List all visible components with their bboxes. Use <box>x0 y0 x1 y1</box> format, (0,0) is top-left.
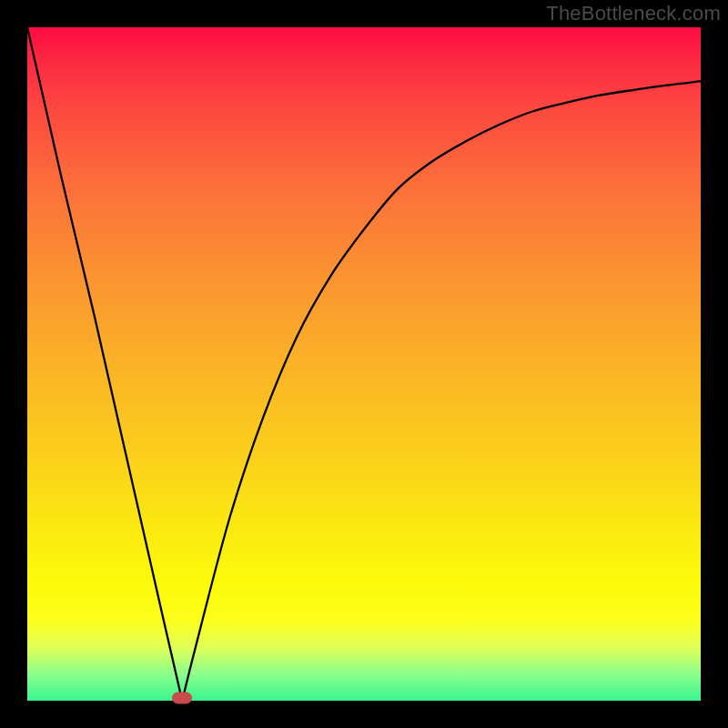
chart-frame: TheBottleneck.com <box>0 0 728 728</box>
bottleneck-curve <box>27 27 701 701</box>
plot-area <box>27 27 701 701</box>
watermark-text: TheBottleneck.com <box>546 2 721 25</box>
optimal-point-marker <box>172 693 192 704</box>
